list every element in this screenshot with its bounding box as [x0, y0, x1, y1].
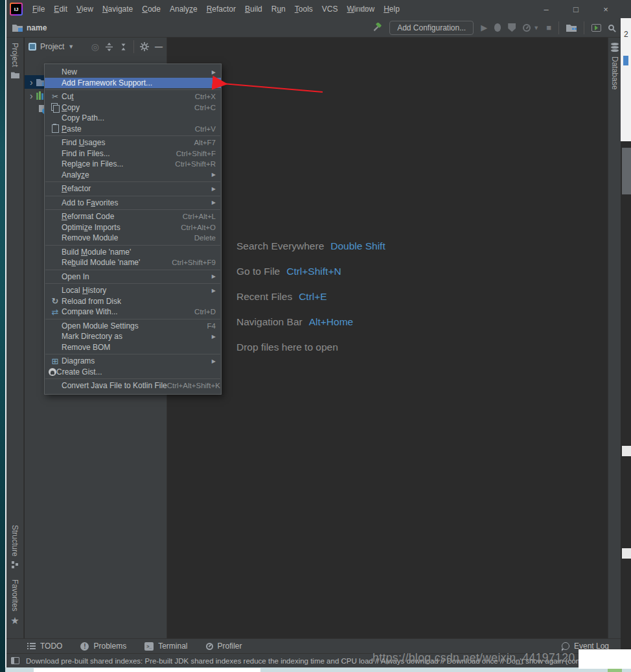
settings-gear-icon[interactable] [140, 42, 149, 51]
tool-button-favorites[interactable]: Favorites ★ [6, 579, 23, 625]
menu-item-label: Add to Favorites [62, 198, 118, 207]
context-menu-item-open-in[interactable]: Open In▶ [45, 272, 221, 283]
context-menu-item-replace-in-files[interactable]: Replace in Files...Ctrl+Shift+R [45, 159, 221, 170]
toolbar-separator [558, 21, 559, 34]
favorites-stripe-label: Favorites [10, 579, 19, 611]
tool-button-database[interactable]: Database [608, 43, 621, 89]
menu-item-shortcut: Ctrl+C [194, 104, 216, 111]
menubar-item-code[interactable]: Code [137, 5, 165, 14]
menubar-item-analyze[interactable]: Analyze [165, 5, 202, 14]
context-menu-item-new[interactable]: New▶ [45, 67, 221, 78]
tool-button-structure[interactable]: Structure [6, 525, 23, 568]
context-menu-item-add-to-favorites[interactable]: Add to Favorites▶ [45, 198, 221, 209]
context-menu-item-copy[interactable]: CopyCtrl+C [45, 102, 221, 113]
context-menu-item-optimize-imports[interactable]: Optimize ImportsCtrl+Alt+O [45, 222, 221, 233]
debug-icon[interactable] [494, 23, 501, 32]
menu-item-label: Refactor [62, 184, 91, 193]
run-icon[interactable]: ▶ [481, 23, 487, 32]
tool-window-tab-todo[interactable]: TODO [27, 642, 62, 651]
context-menu-item-rebuild-module-name[interactable]: Rebuild Module 'name'Ctrl+Shift+F9 [45, 257, 221, 268]
toggle-tool-windows-icon[interactable] [11, 657, 19, 664]
stop-icon[interactable]: ■ [546, 23, 551, 32]
welcome-hint-navigation-bar: Navigation BarAlt+Home [236, 309, 385, 334]
context-menu-item-find-in-files[interactable]: Find in Files...Ctrl+Shift+F [45, 148, 221, 159]
intellij-window: IJ FileEditViewNavigateCodeAnalyzeRefact… [6, 0, 621, 667]
context-menu-item-remove-bom[interactable]: Remove BOM [45, 342, 221, 353]
intellij-logo-icon: IJ [10, 3, 23, 16]
collapse-all-icon[interactable] [119, 43, 128, 51]
context-menu-item-reformat-code[interactable]: Reformat CodeCtrl+Alt+L [45, 211, 221, 222]
chevron-down-icon[interactable]: ▼ [533, 25, 539, 31]
database-stripe-label: Database [610, 56, 619, 89]
menubar-item-edit[interactable]: Edit [49, 5, 72, 14]
context-menu-item-convert-java-file-to-kotlin-file[interactable]: Convert Java File to Kotlin FileCtrl+Alt… [45, 380, 221, 391]
minimize-button[interactable]: – [531, 0, 561, 18]
breadcrumb[interactable]: name [6, 23, 47, 32]
context-menu-item-find-usages[interactable]: Find UsagesAlt+F7 [45, 137, 221, 148]
chevron-down-icon[interactable]: ▼ [68, 43, 74, 50]
context-menu-item-build-module-name[interactable]: Build Module 'name' [45, 247, 221, 258]
menubar-item-refactor[interactable]: Refactor [202, 5, 240, 14]
page: 2 IJ FileEditViewNavigateCodeAnalyzeRefa… [0, 0, 631, 672]
project-view-selector[interactable]: Project [40, 42, 64, 51]
menu-item-label: Remove Module [62, 233, 118, 242]
search-everywhere-icon[interactable] [608, 25, 614, 30]
context-menu-item-diagrams[interactable]: Diagrams▶ [45, 356, 221, 367]
menubar-item-navigate[interactable]: Navigate [98, 5, 137, 14]
menu-item-label: Reformat Code [62, 212, 114, 221]
context-menu-item-open-module-settings[interactable]: Open Module SettingsF4 [45, 321, 221, 332]
menu-item-label: Analyze [62, 170, 89, 180]
menu-item-label: Convert Java File to Kotlin File [62, 381, 167, 390]
tool-window-tab-profiler[interactable]: Profiler [206, 642, 242, 651]
webpage-page-number: 2 [624, 30, 628, 39]
webpage-icon-fragment [623, 56, 628, 65]
tool-button-project[interactable]: Project [6, 43, 23, 78]
menubar-item-view[interactable]: View [72, 5, 98, 14]
menu-item-label: Local History [62, 286, 106, 295]
context-menu-item-paste[interactable]: PasteCtrl+V [45, 124, 221, 135]
tool-window-tab-problems[interactable]: !Problems [80, 642, 126, 651]
locate-file-icon[interactable]: ◎ [91, 42, 99, 51]
menu-item-label: Build Module 'name' [62, 248, 131, 257]
context-menu-item-reload-from-disk[interactable]: Reload from Disk [45, 296, 221, 307]
context-menu-item-create-gist[interactable]: Create Gist... [45, 367, 221, 378]
run-anything-icon[interactable] [591, 24, 601, 32]
context-menu-item-add-framework-support[interactable]: Add Framework Support... [45, 78, 221, 89]
webpage-bottom-strip [5, 667, 631, 672]
chevron-right-icon[interactable]: › [30, 91, 33, 100]
menu-item-label: Open Module Settings [62, 321, 139, 330]
menu-item-shortcut: Ctrl+Alt+O [181, 224, 216, 231]
menubar-item-tools[interactable]: Tools [290, 5, 317, 14]
context-menu-item-refactor[interactable]: Refactor▶ [45, 183, 221, 194]
hide-panel-icon[interactable]: — [155, 42, 163, 51]
webpage-right-strip: 2 [621, 0, 631, 667]
run-with-coverage-icon[interactable] [508, 23, 516, 32]
build-hammer-icon[interactable] [372, 23, 382, 33]
menu-item-shortcut: Delete [194, 234, 216, 242]
menu-item-shortcut: Ctrl+Shift+F9 [172, 259, 216, 266]
menubar-item-build[interactable]: Build [240, 5, 267, 14]
submenu-arrow-icon: ▶ [212, 288, 216, 294]
context-menu-item-copy-path[interactable]: Copy Path... [45, 113, 221, 124]
menubar-item-file[interactable]: File [28, 5, 49, 14]
menubar-item-vcs[interactable]: VCS [317, 5, 343, 14]
project-structure-icon[interactable] [566, 23, 577, 32]
tool-window-tab-terminal[interactable]: >_Terminal [144, 642, 187, 651]
maximize-button[interactable]: □ [561, 0, 591, 18]
menu-separator [45, 245, 220, 246]
context-menu-item-remove-module[interactable]: Remove ModuleDelete [45, 233, 221, 244]
menu-item-label: Remove BOM [62, 343, 110, 352]
profiler-run-icon[interactable] [523, 24, 531, 32]
close-button[interactable]: × [591, 0, 621, 18]
menubar-item-help[interactable]: Help [379, 5, 404, 14]
context-menu-item-mark-directory-as[interactable]: Mark Directory as▶ [45, 331, 221, 342]
add-configuration-button[interactable]: Add Configuration... [389, 21, 474, 35]
expand-all-icon[interactable] [105, 43, 113, 51]
context-menu-item-compare-with[interactable]: Compare With...Ctrl+D [45, 307, 221, 318]
menu-separator [45, 378, 220, 379]
context-menu-item-cut[interactable]: CutCtrl+X [45, 91, 221, 102]
context-menu-item-analyze[interactable]: Analyze▶ [45, 170, 221, 181]
context-menu-item-local-history[interactable]: Local History▶ [45, 285, 221, 296]
chevron-right-icon[interactable]: › [30, 78, 33, 87]
menubar-item-run[interactable]: Run [267, 5, 290, 14]
